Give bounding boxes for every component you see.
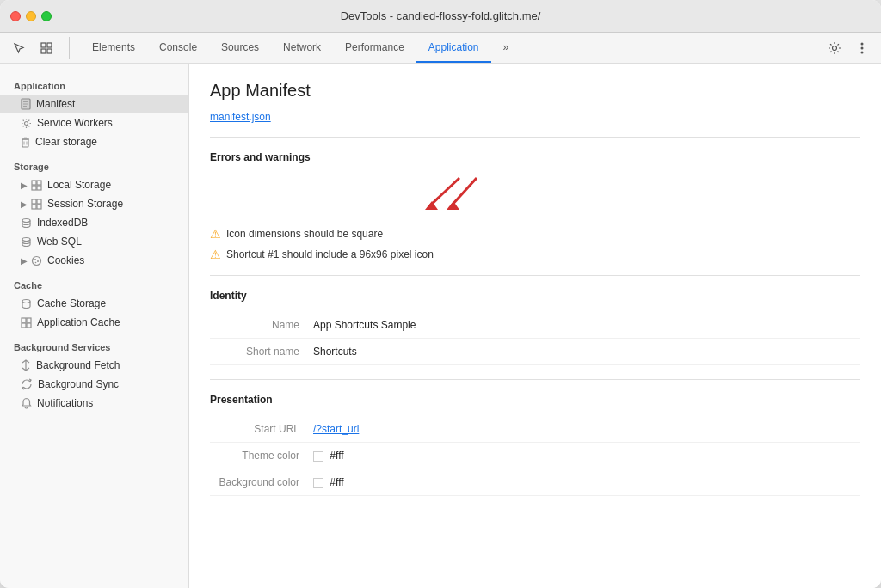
- arrows-updown-icon: [21, 359, 31, 371]
- db-icon-indexed: [21, 217, 32, 229]
- maximize-button[interactable]: [41, 11, 52, 21]
- presentation-row-theme-color: Theme color #fff: [210, 443, 860, 469]
- sidebar-item-app-cache[interactable]: Application Cache: [0, 313, 188, 332]
- bg-fetch-label: Background Fetch: [36, 359, 120, 371]
- notifications-label: Notifications: [37, 397, 93, 409]
- svg-point-28: [33, 256, 41, 265]
- svg-rect-1: [47, 43, 52, 47]
- grid-icon-session: [31, 199, 42, 210]
- svg-rect-19: [37, 181, 41, 185]
- grid-icon-local: [31, 180, 42, 191]
- toolbar-icons: [7, 37, 70, 59]
- sidebar-item-cookies[interactable]: ▶ Cookies: [0, 251, 188, 270]
- tab-performance[interactable]: Performance: [333, 33, 416, 63]
- svg-point-7: [861, 51, 864, 53]
- svg-rect-33: [22, 318, 26, 322]
- svg-point-30: [37, 260, 39, 262]
- error-item-2: ⚠ Shortcut #1 should include a 96x96 pix…: [210, 248, 860, 261]
- sidebar-item-clear-storage[interactable]: Clear storage: [0, 132, 188, 151]
- tab-console[interactable]: Console: [147, 33, 209, 63]
- grid-icon-appcache: [21, 317, 32, 328]
- svg-rect-2: [41, 49, 46, 53]
- settings-icon[interactable]: [822, 37, 847, 59]
- cookies-label: Cookies: [47, 254, 84, 266]
- svg-point-12: [25, 121, 28, 125]
- identity-section: Identity Name App Shortcuts Sample Short…: [210, 290, 860, 365]
- presentation-row-bg-color: Background color #fff: [210, 469, 860, 496]
- sidebar-item-bg-sync[interactable]: Background Sync: [0, 375, 188, 394]
- sidebar-item-manifest[interactable]: Manifest: [0, 95, 188, 113]
- cache-storage-label: Cache Storage: [37, 297, 106, 309]
- gear-icon: [21, 118, 32, 129]
- sync-icon: [21, 378, 33, 390]
- sidebar-section-storage: Storage: [0, 151, 188, 175]
- tab-elements[interactable]: Elements: [80, 33, 147, 63]
- bg-sync-label: Background Sync: [38, 378, 119, 390]
- window-title: DevTools - candied-flossy-fold.glitch.me…: [341, 9, 541, 22]
- sidebar-item-session-storage[interactable]: ▶ Session Storage: [0, 194, 188, 213]
- arrow-icon-cookies: ▶: [21, 256, 28, 266]
- sidebar-item-notifications[interactable]: Notifications: [0, 394, 188, 413]
- divider-1: [210, 137, 860, 138]
- svg-rect-24: [32, 205, 36, 209]
- toolbar: Elements Console Sources Network Perform…: [0, 33, 881, 64]
- sidebar-item-local-storage[interactable]: ▶ Local Storage: [0, 175, 188, 194]
- tab-application[interactable]: Application: [416, 33, 491, 63]
- sidebar-item-indexeddb[interactable]: IndexedDB: [0, 213, 188, 232]
- svg-point-27: [22, 237, 30, 241]
- svg-marker-38: [447, 201, 459, 210]
- theme-color-swatch: [313, 451, 323, 462]
- svg-rect-23: [37, 199, 41, 204]
- page-title: App Manifest: [210, 81, 860, 101]
- db-icon-sql: [21, 236, 32, 248]
- presentation-section-title: Presentation: [210, 394, 860, 406]
- bell-icon: [21, 397, 32, 409]
- manifest-label: Manifest: [36, 98, 75, 110]
- theme-color-value: #fff: [313, 450, 344, 462]
- error-text-1: Icon dimensions should be square: [226, 228, 383, 240]
- presentation-row-start-url: Start URL /?start_url: [210, 416, 860, 443]
- identity-row-name: Name App Shortcuts Sample: [210, 312, 860, 339]
- session-storage-label: Session Storage: [47, 198, 123, 210]
- inspect-icon[interactable]: [34, 37, 59, 59]
- sidebar: Application Manifest: [0, 64, 189, 588]
- file-icon: [21, 98, 31, 110]
- name-label: Name: [210, 319, 313, 331]
- svg-rect-3: [47, 49, 52, 53]
- red-arrows-svg: [382, 174, 485, 221]
- error-text-2: Shortcut #1 should include a 96x96 pixel…: [226, 248, 434, 260]
- bg-color-value: #fff: [313, 476, 344, 488]
- minimize-button[interactable]: [26, 11, 36, 21]
- start-url-value[interactable]: /?start_url: [313, 423, 359, 435]
- devtools-window: DevTools - candied-flossy-fold.glitch.me…: [0, 0, 881, 588]
- bg-color-swatch: [313, 478, 323, 488]
- tab-more[interactable]: »: [491, 33, 521, 63]
- kebab-icon[interactable]: [850, 37, 874, 59]
- content-panel: App Manifest manifest.json Errors and wa…: [189, 64, 881, 588]
- arrow-icon-session: ▶: [21, 199, 28, 209]
- sidebar-item-service-workers[interactable]: Service Workers: [0, 113, 188, 132]
- bg-color-label: Background color: [210, 476, 313, 488]
- tabs: Elements Console Sources Network Perform…: [80, 33, 822, 63]
- sidebar-item-web-sql[interactable]: Web SQL: [0, 232, 188, 251]
- close-button[interactable]: [10, 11, 21, 21]
- warning-icon-1: ⚠: [210, 227, 221, 241]
- errors-section-title: Errors and warnings: [210, 151, 860, 163]
- sidebar-item-bg-fetch[interactable]: Background Fetch: [0, 356, 188, 375]
- tab-sources[interactable]: Sources: [209, 33, 271, 63]
- warning-icon-2: ⚠: [210, 248, 221, 261]
- svg-rect-35: [22, 323, 26, 328]
- sidebar-item-cache-storage[interactable]: Cache Storage: [0, 294, 188, 313]
- svg-point-32: [22, 299, 30, 303]
- sidebar-section-bg-services: Background Services: [0, 332, 188, 356]
- theme-color-label: Theme color: [210, 450, 313, 462]
- tab-network[interactable]: Network: [271, 33, 333, 63]
- identity-row-short-name: Short name Shortcuts: [210, 339, 860, 365]
- divider-2: [210, 275, 860, 276]
- svg-rect-36: [27, 323, 31, 328]
- short-name-value: Shortcuts: [313, 346, 357, 358]
- web-sql-label: Web SQL: [37, 236, 82, 248]
- manifest-link[interactable]: manifest.json: [210, 111, 271, 123]
- cursor-icon[interactable]: [7, 37, 31, 59]
- trash-icon: [21, 137, 30, 148]
